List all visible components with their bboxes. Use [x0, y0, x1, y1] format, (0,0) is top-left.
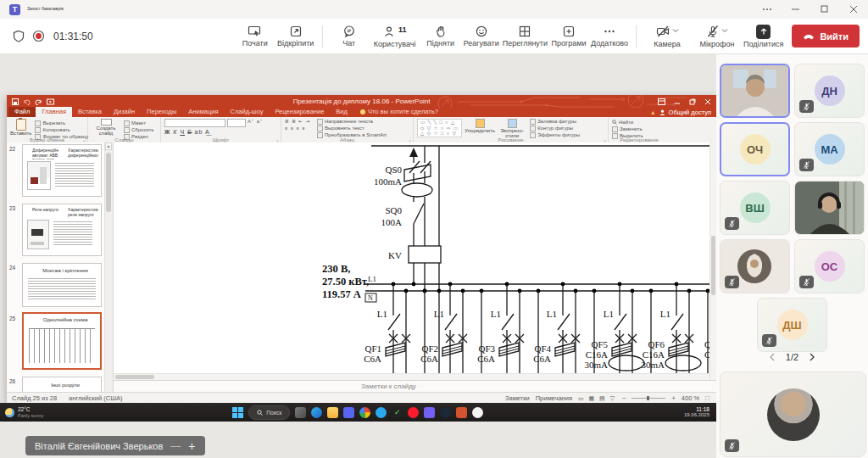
raise-hand-button[interactable]: Підняти: [421, 20, 460, 53]
edge-icon[interactable]: [311, 407, 322, 418]
font-style-buttons[interactable]: Ж К Ч S ab A͟: [164, 130, 277, 136]
slide-canvas[interactable]: QS0 100mA SQ0 100A: [114, 142, 716, 380]
arrange-button[interactable]: Упорядочить: [465, 119, 494, 136]
dialog-launcher-icon[interactable]: ⌄: [82, 137, 86, 142]
slide-thumbnail-26[interactable]: Інші розділи: [22, 377, 102, 392]
language-status[interactable]: английский (США): [69, 394, 122, 402]
location-pin-icon[interactable]: [472, 407, 483, 418]
tell-me-box[interactable]: Что вы хотите сделать?: [360, 108, 438, 117]
participant-video-tile[interactable]: [720, 239, 790, 293]
slide-thumbnail-23[interactable]: Реле напруги Характеристики реле напруги: [22, 204, 102, 256]
start-button[interactable]: [232, 407, 243, 418]
taskbar-search[interactable]: Поиск: [248, 405, 290, 420]
collapse-icon[interactable]: —: [170, 440, 181, 452]
react-button[interactable]: Реагувати: [462, 20, 501, 53]
align-text-button[interactable]: Выровнять текст: [317, 126, 387, 131]
leave-button[interactable]: Вийти: [792, 25, 860, 47]
zoom-out-button[interactable]: −: [622, 394, 626, 402]
present-button[interactable]: Почати: [236, 20, 275, 53]
slide-thumbnail-24[interactable]: Монтаж і кріплення: [22, 263, 102, 307]
slide-horizontal-scrollbar[interactable]: [114, 373, 710, 380]
expand-icon[interactable]: +: [188, 440, 195, 452]
replace-button[interactable]: Заменить: [612, 126, 643, 132]
list-buttons[interactable]: ≣ ≣ ⇤ ⇥: [285, 119, 310, 125]
align-buttons[interactable]: ≡ ≡ ≡ ≡: [285, 126, 310, 131]
grow-shrink-font-icons[interactable]: Aˇ aˇ: [248, 119, 263, 127]
tab-file[interactable]: Файл: [8, 107, 36, 117]
dialog-launcher-icon[interactable]: ⌄: [408, 137, 412, 142]
folder-icon[interactable]: [327, 407, 338, 418]
zoom-level[interactable]: 400 %: [682, 394, 699, 402]
new-slide-button[interactable]: Создать слайд: [92, 119, 120, 136]
shape-outline-button[interactable]: Контур фигуры: [530, 126, 580, 131]
tab-review[interactable]: Рецензирование: [269, 107, 330, 117]
apps-button[interactable]: Програми: [549, 20, 588, 53]
thumbnail-scrollbar[interactable]: ▲: [104, 142, 113, 392]
unpin-button[interactable]: Відкріпити: [276, 20, 315, 53]
cut-button[interactable]: Вырезать: [35, 120, 88, 126]
discord-icon[interactable]: [343, 407, 354, 418]
mic-button[interactable]: Мікрофон: [693, 20, 742, 53]
window-more-button[interactable]: [753, 0, 782, 19]
slideshow-icon[interactable]: [47, 98, 54, 105]
minimize-button[interactable]: [782, 0, 810, 19]
view-button[interactable]: Переглянути: [503, 20, 548, 53]
tab-design[interactable]: Дизайн: [108, 107, 141, 117]
steam-icon[interactable]: [440, 407, 451, 418]
share-button[interactable]: Поділитися: [743, 20, 783, 53]
dialog-launcher-icon[interactable]: ⌄: [603, 137, 607, 142]
participant-video-tile-large[interactable]: [720, 371, 866, 457]
find-button[interactable]: Найти: [612, 120, 643, 126]
ppt-minimize-icon[interactable]: [674, 98, 681, 105]
paste-button[interactable]: Вставить: [10, 119, 31, 136]
undo-icon[interactable]: [23, 98, 31, 105]
participant-tile[interactable]: ДН: [794, 64, 865, 118]
participant-video-tile[interactable]: [794, 181, 865, 235]
todo-icon[interactable]: ✓: [392, 407, 403, 418]
shape-fill-button[interactable]: Заливка фигуры: [530, 119, 580, 125]
copy-button[interactable]: Копировать: [35, 127, 88, 133]
slide-thumbnail-22[interactable]: Диференційний автомат ABB DS201 C32 AC 3…: [22, 144, 102, 197]
ppt-close-icon[interactable]: [704, 98, 711, 105]
tab-animations[interactable]: Анимация: [182, 107, 224, 117]
ribbon-options-icon[interactable]: [658, 98, 665, 105]
chrome-icon[interactable]: [359, 407, 370, 418]
slide-vertical-scrollbar[interactable]: [709, 142, 716, 380]
participant-video-tile[interactable]: [720, 64, 790, 118]
weather-widget[interactable]: 22°C Partly sunny: [5, 406, 132, 417]
zoom-slider[interactable]: [632, 398, 665, 399]
save-icon[interactable]: [12, 98, 19, 105]
tab-insert[interactable]: Вставка: [72, 107, 108, 117]
redo-icon[interactable]: [35, 98, 42, 105]
notes-toggle[interactable]: Заметки: [505, 394, 530, 402]
shapes-gallery[interactable]: ▭ ╲ ╲ □ ○ △ ◇ ▽ ☆ ○ ⇨ ▭ △ ◇ ☆ □ ○ ▽: [417, 119, 462, 137]
dialog-launcher-icon[interactable]: ⌄: [275, 137, 280, 142]
zoom-in-button[interactable]: +: [671, 394, 675, 402]
mic-chevron-icon[interactable]: [721, 28, 728, 33]
page-prev-icon[interactable]: [769, 353, 776, 361]
reset-button[interactable]: Сбросить: [124, 127, 154, 133]
participant-tile[interactable]: МА: [794, 122, 865, 176]
viber-icon[interactable]: [424, 407, 435, 418]
chat-button[interactable]: Чат: [330, 20, 369, 53]
page-next-icon[interactable]: [809, 353, 815, 361]
view-switcher-icons[interactable]: ▭ ▦ ▤ ▽: [578, 395, 616, 402]
share-access-button[interactable]: Общий доступ: [669, 109, 711, 116]
taskbar-clock[interactable]: 11:18 19.06.2025: [684, 406, 709, 418]
tab-transitions[interactable]: Переходы: [141, 107, 182, 117]
notes-pane[interactable]: Заметки к слайду: [114, 380, 716, 392]
participant-tile[interactable]: ДШ: [757, 298, 827, 352]
tab-view[interactable]: Вид: [330, 107, 353, 117]
participant-tile[interactable]: ОЧ: [720, 122, 790, 176]
comments-toggle[interactable]: Примечания: [536, 394, 572, 402]
ppt-restore-icon[interactable]: [689, 98, 696, 105]
more-button[interactable]: Додатково: [590, 20, 629, 53]
layout-button[interactable]: Макет: [124, 120, 154, 126]
close-button[interactable]: [839, 0, 868, 19]
quick-styles-button[interactable]: Экспресс-стили: [498, 119, 526, 136]
participant-tile[interactable]: ОС: [794, 239, 865, 293]
telegram-icon[interactable]: [376, 407, 387, 418]
participant-tile[interactable]: ВШ: [720, 181, 790, 235]
font-name-select[interactable]: [164, 119, 225, 127]
fit-slide-icon[interactable]: ⛶: [705, 395, 711, 402]
